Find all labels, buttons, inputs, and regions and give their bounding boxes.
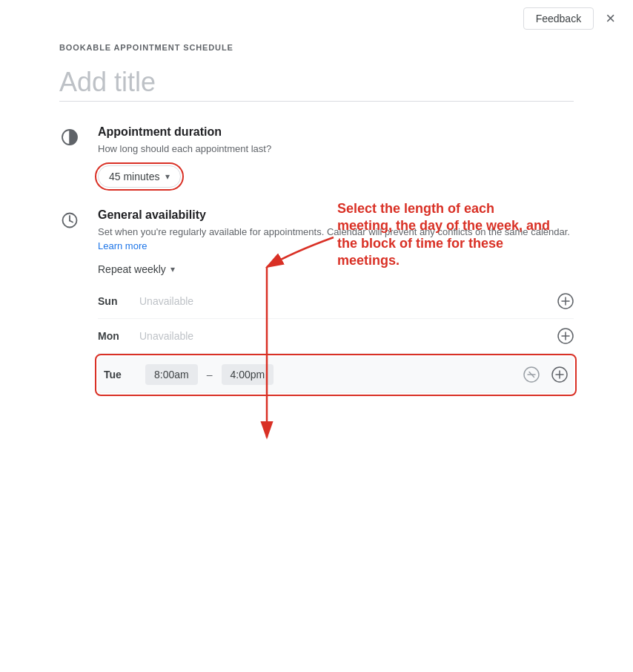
timer-icon: [59, 127, 80, 148]
appointment-duration-desc: How long should each appointment last?: [98, 142, 574, 157]
appointment-duration-section: Appointment duration How long should eac…: [59, 125, 574, 188]
repeat-chevron-icon: ▾: [170, 264, 175, 274]
section-label: BOOKABLE APPOINTMENT SCHEDULE: [59, 43, 574, 52]
day-row-tue: Tue 8:00am – 4:00pm: [98, 357, 574, 393]
repeat-label: Repeat weekly: [98, 263, 166, 275]
general-availability-desc: Set when you're regularly available for …: [98, 225, 574, 254]
add-tue-button[interactable]: [551, 366, 568, 383]
add-mon-button[interactable]: [557, 328, 574, 344]
day-label-sun: Sun: [98, 295, 127, 307]
close-button[interactable]: ×: [600, 6, 621, 31]
svg-line-4: [70, 220, 73, 222]
general-availability-body: General availability Set when you're reg…: [98, 208, 574, 393]
day-row-sun: Sun Unavailable: [98, 284, 574, 319]
time-separator: –: [207, 369, 213, 381]
day-value-mon: Unavailable: [139, 330, 546, 342]
day-value-sun: Unavailable: [139, 295, 546, 307]
tue-end-time[interactable]: 4:00pm: [222, 364, 274, 385]
learn-more-link[interactable]: Learn more: [98, 240, 147, 251]
feedback-button[interactable]: Feedback: [523, 7, 594, 30]
appointment-duration-title: Appointment duration: [98, 125, 574, 139]
tue-time-slot: 8:00am – 4:00pm: [145, 364, 511, 385]
main-content: BOOKABLE APPOINTMENT SCHEDULE Appointmen…: [0, 37, 633, 432]
appointment-duration-body: Appointment duration How long should eac…: [98, 125, 574, 188]
general-availability-title: General availability: [98, 208, 574, 222]
remove-tue-slot-button[interactable]: [523, 366, 540, 383]
top-bar: Feedback ×: [0, 0, 633, 37]
duration-dropdown[interactable]: 45 minutes ▾: [98, 165, 181, 188]
clock-icon: [59, 210, 80, 231]
chevron-down-icon: ▾: [165, 171, 170, 182]
day-label-mon: Mon: [98, 330, 127, 342]
day-label-tue: Tue: [104, 369, 133, 381]
title-input[interactable]: [59, 61, 574, 102]
day-row-mon: Mon Unavailable: [98, 319, 574, 354]
general-availability-section: General availability Set when you're reg…: [59, 208, 574, 393]
tue-start-time[interactable]: 8:00am: [145, 364, 198, 385]
repeat-dropdown[interactable]: Repeat weekly ▾: [98, 263, 175, 275]
duration-value: 45 minutes: [109, 171, 159, 182]
add-sun-button[interactable]: [557, 293, 574, 309]
